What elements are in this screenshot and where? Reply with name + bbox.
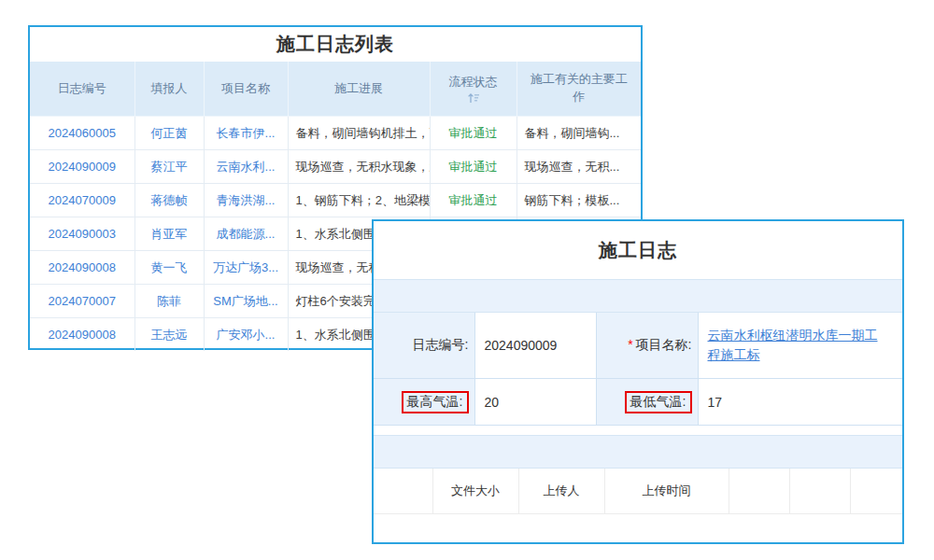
project-name-label: *项目名称: [596, 313, 698, 379]
table-header-row: 日志编号 填报人 项目名称 施工进展 流程状态 施工有关的主 [30, 62, 641, 117]
project-link[interactable]: 广安邓小... [217, 328, 276, 342]
status-cell: 审批通过 [430, 184, 517, 217]
min-temp-highlight-box: 最低气温: [625, 391, 692, 413]
project-link[interactable]: 万达广场3... [213, 260, 278, 274]
project-name-value: 云南水利枢纽潜明水库一期工程施工标 [698, 313, 902, 379]
project-name-link[interactable]: 云南水利枢纽潜明水库一期工程施工标 [708, 328, 878, 362]
attachment-toolbar-band [374, 435, 902, 469]
list-panel-title: 施工日志列表 [30, 27, 641, 62]
min-temp-label: 最低气温: [596, 379, 698, 426]
progress-cell: 备料，砌间墙钩机排土，瓦... [288, 117, 430, 150]
attach-col-empty-4 [850, 469, 902, 514]
attach-col-uploader: 上传人 [518, 469, 604, 514]
project-link[interactable]: 长春市伊... [217, 126, 276, 140]
log-no-link[interactable]: 2024070007 [49, 294, 116, 308]
log-no-label: 日志编号: [374, 313, 474, 379]
main-work-cell: 备料，砌间墙钩... [517, 117, 641, 150]
progress-cell: 现场巡查，无积水现象，水... [288, 150, 430, 184]
project-link[interactable]: 青海洪湖... [217, 193, 276, 207]
status-cell: 审批通过 [430, 150, 517, 184]
status-cell: 审批通过 [430, 117, 517, 150]
reporter-link[interactable]: 黄一飞 [151, 260, 188, 274]
attach-col-upload-time: 上传时间 [604, 469, 729, 514]
project-link[interactable]: SM广场地... [213, 294, 277, 308]
table-row: 2024070009 蒋德帧 青海洪湖... 1、钢筋下料；2、地梁模板... … [30, 184, 641, 217]
reporter-link[interactable]: 蒋德帧 [151, 193, 188, 207]
attach-col-empty-1 [374, 469, 432, 514]
col-header-reporter: 填报人 [134, 62, 204, 117]
log-no-link[interactable]: 2024090008 [49, 328, 116, 342]
detail-panel-title: 施工日志 [374, 221, 902, 280]
reporter-link[interactable]: 肖亚军 [151, 227, 188, 241]
sort-amount-icon[interactable] [467, 92, 480, 104]
col-header-progress: 施工进展 [288, 62, 430, 117]
max-temp-label: 最高气温: [374, 379, 474, 426]
table-row: 2024060005 何正茵 长春市伊... 备料，砌间墙钩机排土，瓦... 审… [30, 117, 641, 150]
max-temp-value: 20 [474, 379, 596, 426]
attach-col-empty-3 [789, 469, 850, 514]
main-work-cell: 钢筋下料；模板... [517, 184, 641, 217]
table-row: 2024090009 蔡江平 云南水利... 现场巡查，无积水现象，水... 审… [30, 150, 641, 184]
reporter-link[interactable]: 蔡江平 [151, 160, 188, 174]
attach-col-empty-2 [729, 469, 789, 514]
log-no-link[interactable]: 2024070009 [49, 193, 116, 207]
col-header-project: 项目名称 [204, 62, 288, 117]
detail-toolbar-band [374, 280, 902, 313]
detail-form: 日志编号: 2024090009 *项目名称: 云南水利枢纽潜明水库一期工程施工… [374, 313, 902, 426]
required-asterisk: * [628, 337, 632, 352]
reporter-link[interactable]: 陈菲 [157, 294, 181, 308]
col-header-log-no: 日志编号 [30, 62, 134, 117]
log-no-link[interactable]: 2024090003 [49, 227, 116, 241]
col-header-main-work: 施工有关的主要工作 [517, 62, 641, 117]
attachment-table: 文件大小 上传人 上传时间 [374, 469, 902, 514]
construction-log-detail-panel: 施工日志 日志编号: 2024090009 *项目名称: 云南水利枢纽潜明水库一… [372, 219, 904, 544]
reporter-link[interactable]: 王志远 [151, 328, 188, 342]
max-temp-highlight-box: 最高气温: [402, 391, 469, 413]
log-no-link[interactable]: 2024060005 [49, 126, 116, 140]
col-header-status-label: 流程状态 [449, 74, 498, 91]
attach-col-file-size: 文件大小 [432, 469, 518, 514]
attachment-header-row: 文件大小 上传人 上传时间 [374, 469, 902, 514]
log-no-link[interactable]: 2024090008 [49, 260, 116, 274]
log-no-value: 2024090009 [474, 313, 596, 379]
main-work-cell: 现场巡查，无积... [517, 150, 641, 184]
project-link[interactable]: 成都能源... [217, 227, 276, 241]
progress-cell: 1、钢筋下料；2、地梁模板... [288, 184, 430, 217]
log-no-link[interactable]: 2024090009 [49, 160, 116, 174]
col-header-status[interactable]: 流程状态 [430, 62, 517, 117]
project-link[interactable]: 云南水利... [217, 160, 276, 174]
reporter-link[interactable]: 何正茵 [151, 126, 188, 140]
min-temp-value: 17 [698, 379, 902, 426]
